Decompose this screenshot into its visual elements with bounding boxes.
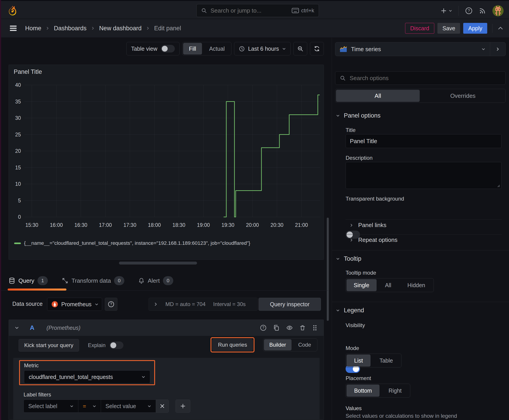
panel-view-toolbar: Table view Fill Actual Last 6 hours	[0, 42, 324, 56]
datasource-picker[interactable]: Prometheus	[47, 298, 102, 311]
discard-button[interactable]: Discard	[405, 23, 434, 34]
add-filter-button[interactable]	[175, 400, 190, 412]
drag-handle-icon[interactable]	[312, 324, 318, 331]
legend-header[interactable]: Legend	[336, 307, 364, 314]
metric-select[interactable]: cloudflared_tunnel_total_requests	[24, 370, 150, 383]
search-shortcut: ctrl+k	[292, 8, 314, 14]
query-builder-body: Metric cloudflared_tunnel_total_requests…	[13, 358, 319, 420]
vertical-scrollbar[interactable]	[327, 218, 329, 321]
tooltip-hidden-option[interactable]: Hidden	[400, 279, 433, 291]
open-viz-list-button[interactable]	[490, 42, 505, 56]
repeat-options-section[interactable]: Repeat options	[350, 236, 397, 243]
tooltip-header[interactable]: Tooltip	[336, 255, 361, 262]
options-search[interactable]	[335, 71, 506, 85]
tab-query[interactable]: Query 1	[8, 276, 48, 285]
tooltip-mode-label: Tooltip mode	[346, 270, 376, 276]
panel-title-input[interactable]	[346, 134, 501, 148]
user-avatar[interactable]	[492, 5, 504, 16]
tab-alert[interactable]: Alert 0	[138, 276, 173, 285]
query-inspector-button[interactable]: Query inspector	[258, 298, 321, 311]
global-search-input[interactable]	[210, 7, 289, 14]
save-button[interactable]: Save	[437, 23, 460, 34]
visualization-picker[interactable]: Time series	[335, 42, 506, 56]
breadcrumb-new-dashboard[interactable]: New dashboard	[99, 25, 142, 32]
svg-text:19:00: 19:00	[197, 222, 210, 228]
series-swatch[interactable]	[14, 242, 21, 244]
code-option[interactable]: Code	[293, 339, 316, 351]
collapse-options-button[interactable]	[497, 25, 504, 31]
fill-option[interactable]: Fill	[183, 43, 202, 54]
select-label-placeholder: Select label	[28, 403, 66, 409]
chevron-right-icon	[350, 224, 353, 227]
chevron-down-icon	[147, 404, 151, 408]
breadcrumb-bar: Home Dashboards New dashboard Edit panel…	[0, 19, 509, 38]
actual-option[interactable]: Actual	[203, 43, 230, 54]
options-search-input[interactable]	[349, 75, 501, 82]
kick-start-button[interactable]: Kick start your query	[19, 339, 79, 352]
run-queries-button[interactable]: Run queries	[212, 339, 252, 351]
time-range-picker[interactable]: Last 6 hours	[234, 42, 291, 55]
svg-text:18:30: 18:30	[172, 222, 185, 228]
help-button[interactable]: ?	[465, 7, 473, 15]
metric-label: Metric	[24, 362, 38, 369]
delete-query-icon[interactable]	[299, 324, 306, 331]
duplicate-query-icon[interactable]	[273, 324, 280, 331]
breadcrumb-home[interactable]: Home	[25, 25, 41, 32]
query-options-summary[interactable]: MD = auto = 704 Interval = 30s	[149, 298, 258, 311]
values-label: Values	[346, 405, 362, 412]
refresh-button[interactable]	[310, 42, 324, 55]
query-row-header[interactable]: A (Prometheus) ?	[9, 320, 324, 336]
panel-options-header[interactable]: Panel options	[336, 112, 381, 119]
topbar-divider	[458, 6, 459, 16]
placement-right-option[interactable]: Right	[381, 384, 409, 397]
zoom-out-button[interactable]	[293, 42, 307, 55]
tooltip-single-option[interactable]: Single	[347, 279, 377, 291]
menu-toggle-button[interactable]	[9, 25, 17, 32]
legend-table-option[interactable]: Table	[372, 354, 401, 367]
svg-text:16:30: 16:30	[74, 222, 87, 228]
metric-value: cloudflared_tunnel_total_requests	[29, 374, 138, 380]
options-filter-tabs: All Overrides	[335, 89, 506, 103]
transparent-bg-label: Transparent background	[346, 196, 404, 202]
select-label-dropdown[interactable]: Select label	[23, 400, 78, 412]
builder-option[interactable]: Builder	[264, 339, 291, 351]
panel-resize-handle[interactable]	[119, 262, 197, 264]
tab-overrides[interactable]: Overrides	[421, 90, 505, 102]
chevron-down-icon[interactable]	[15, 326, 19, 330]
panel-links-section[interactable]: Panel links	[350, 222, 387, 229]
chart-legend: {__name__="cloudflared_tunnel_total_requ…	[14, 240, 250, 246]
grafana-logo-icon[interactable]	[6, 4, 18, 16]
select-value-placeholder: Select value	[106, 403, 144, 409]
breadcrumb-dashboards[interactable]: Dashboards	[54, 25, 87, 32]
datasource-help-button[interactable]: ?	[105, 298, 117, 311]
tab-all[interactable]: All	[336, 90, 420, 102]
news-rss-button[interactable]	[479, 7, 486, 14]
query-row-actions: ?	[260, 324, 318, 331]
operator-dropdown[interactable]: =	[78, 400, 101, 412]
table-view-toggle[interactable]	[161, 45, 175, 52]
query-help-icon[interactable]: ?	[260, 324, 267, 331]
panel-preview: Panel Title 051015202530354015:3016:0016…	[8, 65, 324, 260]
explain-toggle[interactable]	[109, 341, 123, 349]
hide-query-icon[interactable]	[286, 324, 293, 331]
tab-transform-data[interactable]: Transform data 0	[62, 276, 124, 285]
placement-bottom-option[interactable]: Bottom	[347, 384, 380, 397]
tooltip-all-option[interactable]: All	[378, 279, 399, 291]
tab-alert-count: 0	[163, 276, 173, 285]
chevron-right-icon	[91, 26, 95, 30]
description-textarea[interactable]	[346, 162, 501, 189]
series-label[interactable]: {__name__="cloudflared_tunnel_total_requ…	[24, 240, 250, 246]
select-value-dropdown[interactable]: Select value	[101, 400, 156, 412]
legend-list-option[interactable]: List	[347, 354, 371, 367]
database-icon	[8, 277, 15, 284]
timeseries-chart[interactable]: 051015202530354015:3016:0016:3017:0017:3…	[10, 79, 322, 238]
timeseries-viz-icon	[339, 46, 347, 52]
new-dropdown-button[interactable]	[441, 8, 452, 14]
chevron-right-icon	[46, 26, 49, 30]
remove-filter-button[interactable]	[156, 400, 169, 412]
chevron-down-icon	[336, 308, 340, 312]
svg-text:21:00: 21:00	[295, 222, 308, 228]
global-search[interactable]: ctrl+k	[196, 4, 319, 17]
resize-grip-icon[interactable]	[496, 184, 500, 187]
apply-button[interactable]: Apply	[463, 23, 487, 34]
